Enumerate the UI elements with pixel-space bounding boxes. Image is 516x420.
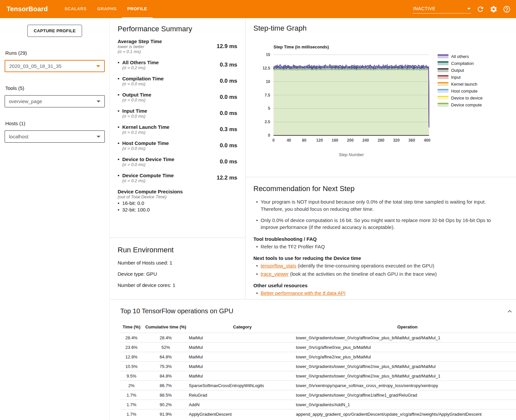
chevron-down-icon	[97, 136, 100, 138]
app-header: TensorBoard SCALARSGRAPHSPROFILE INACTIV…	[0, 0, 516, 18]
top-ops-table: Time (%)Cumulative time (%)CategoryOpera…	[120, 322, 516, 419]
top-ops-title: Top 10 TensorFlow operations on GPU	[120, 307, 233, 315]
table-cell: tower_0/v/gradients/tower_0/v/cg/affine2…	[296, 362, 516, 371]
recommendation-link[interactable]: tensorflow_stats	[261, 263, 296, 268]
metric-row: •Device Compute Time(σ = 0.2 ms)12.2 ms	[118, 173, 237, 183]
app-title: TensorBoard	[0, 0, 59, 18]
table-cell: ReluGrad	[189, 390, 296, 400]
table-cell: 12.8%	[120, 352, 143, 362]
runs-select-value: 2020_03_05_18_31_35	[9, 63, 62, 69]
table-cell: 10.5%	[120, 362, 143, 371]
status-dropdown[interactable]: INACTIVE	[413, 5, 471, 14]
metric-name: Average Step Time	[118, 39, 162, 44]
legend-label: Host compute	[451, 89, 477, 94]
svg-text:40: 40	[287, 138, 291, 143]
tools-label: Tools (5)	[5, 85, 105, 91]
metric-name: Device to Device Time	[122, 156, 174, 162]
sidebar: CAPTURE PROFILE Runs (29) 2020_03_05_18_…	[0, 18, 110, 420]
help-icon[interactable]	[503, 5, 511, 13]
svg-text:200: 200	[347, 138, 354, 143]
metric-sigma: (σ = 0.0 ms)	[118, 114, 147, 119]
performance-summary-section: Performance Summary Average Step Time lo…	[110, 18, 245, 238]
legend-swatch	[438, 68, 448, 72]
legend-item: Host compute	[438, 89, 482, 93]
recommendation-subheading: Other useful resources	[253, 283, 509, 288]
recommendation-bullet: •Only 0.0% of device computation is 16 b…	[253, 217, 509, 231]
metric-name: Compilation Time	[122, 76, 164, 81]
table-row: 23.6%52%MatMultower_0/v/cg/affine0/xw_pl…	[120, 343, 516, 352]
table-cell: 64.8%	[143, 352, 189, 362]
metric-row: •All Others Time(σ = 0.2 ms)0.3 ms	[118, 60, 237, 70]
legend-item: Kernel launch	[438, 82, 482, 86]
legend-label: Compilation	[451, 61, 474, 66]
tab-profile[interactable]: PROFILE	[122, 0, 153, 18]
table-cell: 88.5%	[143, 390, 189, 400]
table-row: 2%86.7%SparseSoftmaxCrossEntropyWithLogi…	[120, 381, 516, 390]
runs-select[interactable]: 2020_03_05_18_31_35	[5, 60, 105, 72]
recommendation-title: Recommendation for Next Step	[253, 184, 509, 193]
metric-value: 12.2 ms	[208, 175, 237, 181]
ops-column-header: Category	[189, 322, 296, 333]
metric-row: •Compilation Time(σ = 0.0 ms)0.0 ms	[118, 76, 237, 86]
table-cell: MatMul	[189, 362, 296, 371]
hosts-label: Hosts (1)	[5, 121, 105, 126]
svg-text:15: 15	[266, 52, 271, 57]
metric-name: Output Time	[122, 92, 151, 98]
table-cell: MatMul	[189, 352, 296, 362]
table-row: 10.5%75.3%MatMultower_0/v/gradients/towe…	[120, 362, 516, 371]
legend-swatch	[438, 103, 448, 107]
collapse-icon[interactable]	[506, 307, 514, 315]
table-cell: ApplyGradientDescent	[189, 409, 296, 419]
svg-text:0: 0	[272, 138, 275, 143]
metric-row: •Input Time(σ = 0.0 ms)0.0 ms	[118, 108, 237, 119]
average-step-time-row: Average Step Time lower is better (σ = 0…	[118, 39, 237, 54]
top-ops-section: Top 10 TensorFlow operations on GPU Time…	[110, 299, 516, 420]
table-cell: 28.4%	[143, 333, 189, 343]
run-environment-section: Run Environment Number of Hosts used: 1D…	[110, 238, 245, 299]
refresh-icon[interactable]	[476, 5, 484, 13]
table-cell: 52%	[143, 343, 189, 352]
tools-select[interactable]: overview_page	[5, 95, 105, 107]
svg-text:320: 320	[393, 138, 400, 143]
table-cell: 23.6%	[120, 343, 143, 352]
step-time-chart[interactable]: 02.557.51012.515040801201602002402803203…	[253, 51, 432, 150]
metric-value: 0.0 ms	[208, 158, 237, 165]
step-time-graph-title: Step-time Graph	[253, 24, 516, 33]
recommendation-link[interactable]: trace_viewer	[261, 271, 289, 277]
nav-tabs: SCALARSGRAPHSPROFILE	[59, 0, 153, 18]
metric-name: Kernel Launch Time	[122, 124, 169, 130]
legend-item: Device compute	[438, 102, 482, 107]
tools-select-value: overview_page	[9, 98, 42, 104]
run-environment-line: Device type: GPU	[118, 271, 237, 277]
metric-row: •Output Time(σ = 0.0 ms)0.0 ms	[118, 92, 237, 102]
metric-note: lower is better	[118, 44, 162, 49]
recommendation-item: •Better performance with the tf.data API	[253, 290, 509, 296]
svg-text:80: 80	[302, 138, 307, 143]
legend-swatch	[438, 54, 448, 58]
metric-row: •Host Compute Time(σ = 0.0 ms)0.0 ms	[118, 140, 237, 151]
legend-item: Compilation	[438, 61, 482, 66]
table-cell: MatMul	[189, 343, 296, 352]
tab-graphs[interactable]: GRAPHS	[92, 0, 122, 18]
table-row: 1.7%91.9%ApplyGradientDescentappend_appl…	[120, 409, 516, 419]
metric-sigma: (σ = 0.0 ms)	[118, 98, 151, 102]
tab-scalars[interactable]: SCALARS	[59, 0, 92, 18]
svg-text:120: 120	[316, 138, 323, 143]
chart-title: Step Time (in milliseconds)	[273, 44, 516, 49]
chevron-down-icon	[96, 65, 100, 67]
hosts-select[interactable]: localhost	[5, 130, 105, 143]
svg-text:280: 280	[378, 138, 384, 143]
metric-sigma: (σ = 0.0 ms)	[118, 81, 164, 86]
capture-profile-button[interactable]: CAPTURE PROFILE	[27, 25, 82, 37]
table-cell: 90.2%	[143, 400, 189, 409]
metric-name: Device Compute Time	[122, 173, 174, 178]
table-cell: 1.7%	[120, 409, 143, 419]
legend-item: All others	[438, 54, 482, 59]
x-axis-label: Step Number	[273, 152, 429, 157]
svg-text:5: 5	[268, 106, 270, 111]
recommendation-link[interactable]: Better performance with the tf.data API	[261, 290, 346, 296]
ops-column-header: Operation	[296, 322, 516, 333]
table-row: 28.4%28.4%MatMultower_0/v/gradients/towe…	[120, 333, 516, 343]
settings-gear-icon[interactable]	[490, 5, 498, 13]
metric-sigma: (σ = 0.1 ms)	[118, 130, 169, 135]
